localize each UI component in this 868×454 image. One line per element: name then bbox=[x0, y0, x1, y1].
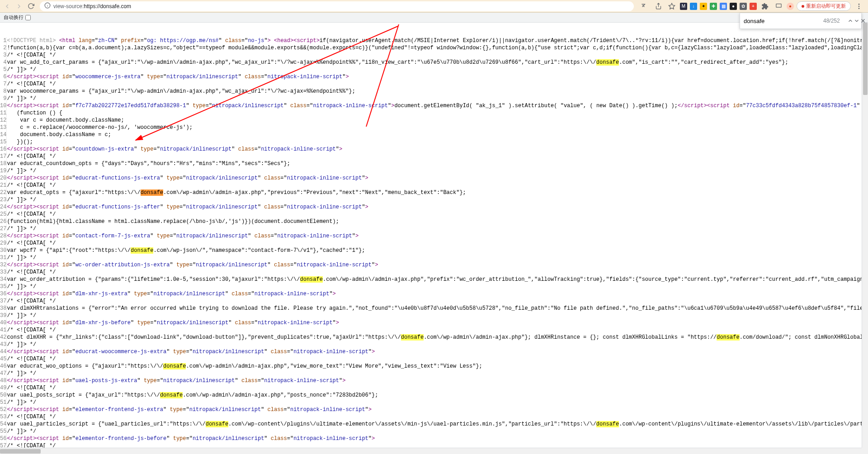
update-button[interactable]: 重新启动即可更新 bbox=[797, 1, 851, 11]
view-source-subbar: 自动换行 bbox=[0, 13, 868, 23]
url-text: https://donsafe.com bbox=[84, 3, 131, 9]
info-icon bbox=[44, 2, 51, 10]
back-button[interactable] bbox=[2, 1, 13, 12]
share-icon[interactable] bbox=[653, 1, 664, 12]
url-prefix: view-source: bbox=[53, 3, 84, 9]
profile-avatar[interactable]: ● bbox=[787, 3, 794, 10]
extension-dark-icon[interactable]: ● bbox=[730, 3, 737, 10]
find-input[interactable] bbox=[744, 18, 820, 23]
extension-doc-icon[interactable]: ▦ bbox=[720, 3, 727, 10]
devices-icon[interactable] bbox=[773, 1, 784, 12]
find-next-button[interactable] bbox=[854, 16, 860, 23]
extension-yellow-icon[interactable]: ✦ bbox=[700, 3, 707, 10]
autowrap-checkbox[interactable] bbox=[25, 15, 31, 20]
browser-toolbar: view-source:https://donsafe.com M ↓ ✦ ✚ … bbox=[0, 0, 868, 13]
extension-green-icon[interactable]: ✚ bbox=[710, 3, 717, 10]
svg-point-8 bbox=[859, 8, 860, 9]
find-close-button[interactable] bbox=[860, 16, 866, 23]
forward-button[interactable] bbox=[14, 1, 24, 12]
find-count: 48/252 bbox=[823, 18, 840, 23]
svg-marker-4 bbox=[669, 3, 675, 9]
menu-icon[interactable] bbox=[854, 1, 864, 12]
bookmark-icon[interactable] bbox=[666, 1, 677, 12]
svg-point-6 bbox=[859, 4, 860, 5]
svg-point-7 bbox=[859, 5, 860, 7]
translate-icon[interactable] bbox=[639, 1, 650, 12]
extension-icons: M ↓ ✦ ✚ ▦ ● ✿ + ● 重新启动即可更新 bbox=[637, 1, 866, 12]
extension-m-icon[interactable]: M bbox=[680, 3, 687, 10]
find-prev-button[interactable] bbox=[847, 16, 854, 23]
extension-plus-icon[interactable]: + bbox=[750, 3, 757, 10]
extension-gear-icon[interactable]: ✿ bbox=[740, 3, 747, 10]
svg-rect-5 bbox=[776, 4, 781, 8]
extensions-puzzle-icon[interactable] bbox=[760, 1, 770, 12]
address-bar[interactable]: view-source:https://donsafe.com bbox=[40, 1, 634, 11]
reload-button[interactable] bbox=[25, 1, 36, 12]
extension-blue-icon[interactable]: ↓ bbox=[690, 3, 697, 10]
find-bar: 48/252 bbox=[740, 13, 862, 23]
autowrap-label[interactable]: 自动换行 bbox=[4, 14, 31, 21]
